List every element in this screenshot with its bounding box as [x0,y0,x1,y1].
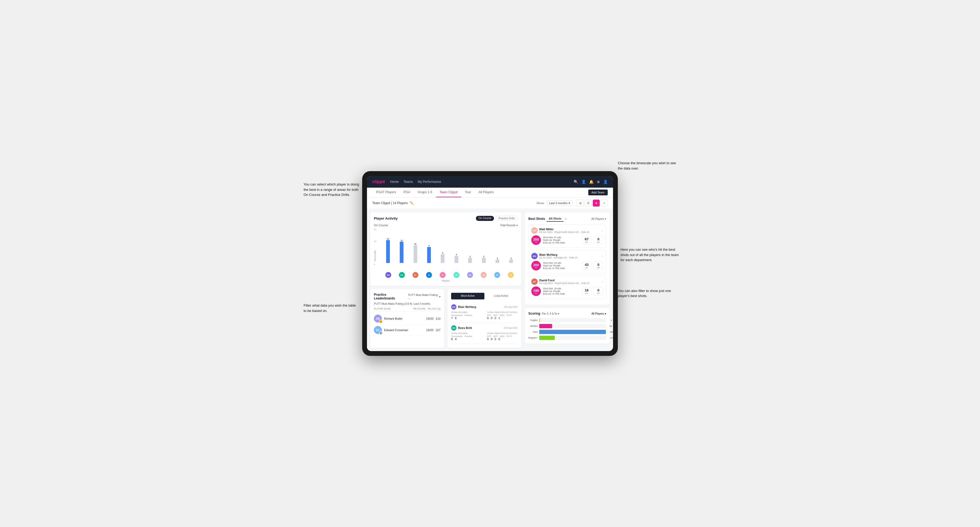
rank-badge-2: 2 [379,331,383,335]
left-column: Player Activity On Course Practice Drill… [370,212,522,348]
bar-mm: 3 [477,229,490,263]
activity-avatar-rb: RB [451,325,457,330]
arg-label-2: ARG [500,335,504,338]
tablet-frame: clippd Home Teams My Performance 🔍 👤 🔔 ⊕… [362,171,618,356]
shot-carry-label-1: yds [597,241,600,243]
tab-most-active[interactable]: Most Active [451,293,484,300]
tab-team-clippd[interactable]: Team Clippd [436,187,461,197]
total-practice-label-1: Total Practice Activities [487,311,518,314]
edit-icon[interactable]: ✏️ [410,201,414,205]
chart-dropdown[interactable]: Total Rounds ▾ [500,224,518,227]
player-activity-header: Player Activity On Course Practice Drill… [374,216,518,221]
view-heart-button[interactable]: ♥ [593,200,600,206]
arg-val-1: 0 [495,316,496,320]
shot-carry-label-2: yds [597,267,600,268]
scoring-bar-pars: Pars 499 [528,330,606,334]
total-practice-group-2: Total Practice Activities GTT APP ARG PU… [487,332,518,341]
scoring-all-players-label: All Players [592,312,604,315]
scoring-all-players-dropdown[interactable]: All Players ▾ [592,312,606,315]
total-rounds-group-1: Total Rounds Tournament Practice 7 6 [451,311,482,320]
practice-label: Practice [465,314,472,316]
search-icon[interactable]: 🔍 [574,179,578,184]
leaderboard-dropdown[interactable]: PUTT Must Make Putting ... ▾ [408,294,441,300]
avatar-jc: JC [426,272,432,278]
bar-label-ob: 4 [455,254,458,256]
bar-fill-ee [441,254,444,263]
scoring-label-birdies: Birdies [528,325,538,327]
all-players-label: All Players [592,217,604,221]
nav-link-teams[interactable]: Teams [403,180,413,184]
shot-carry-box-1: 0 yds [593,236,603,244]
total-practice-group-1: Total Practice Activities GTT APP ARG PU… [487,311,518,320]
shot-avatar-bm: BM [531,253,538,259]
view-grid-button[interactable]: ⊞ [577,200,584,206]
bar-label-bb: 12 [400,240,403,241]
scoring-track-birdies: 96 [539,324,606,328]
nav-link-home[interactable]: Home [390,180,399,184]
people-icon[interactable]: 👤 [581,179,586,184]
avatar-ee: EE [440,272,445,278]
tab-pga[interactable]: PGA [400,187,414,197]
bar-label-bm: 13 [386,238,390,240]
shot-player-name-1: Matt Miller [539,227,589,231]
pb-avg-rb: 110 [436,317,441,320]
scoring-dropdown[interactable]: Par 3, 4 & 5s ▾ [542,312,560,315]
show-label: Show: Last 3 months ▾ ⊞ ☰ ♥ ≡ [536,200,608,206]
leaderboard-row-2: EC 2 Edward Crossman 18/20 107 [374,324,441,336]
shot-metrics-2: 200 SG Shot Dist: 43 yds Start Lie: Roug… [531,261,603,270]
shot-player-row-2: BM Blair McHarg 23 Jul 2023 · Ashridge G… [531,253,603,259]
leaderboard-col-headers: Player Name PB Score PB Avg SQ [374,307,441,311]
shot-score-badge-3: 198 SG [531,286,541,296]
on-course-tab[interactable]: On Course [476,216,494,221]
shot-carry-num-2: 0 [597,263,599,267]
annotation-best-shots: Here you can see who's hit the best shot… [620,247,679,263]
best-shots-tabs: All Shots [547,216,564,222]
chevron-right-icon-3[interactable]: › [602,279,603,284]
annotation-filter: Filter what data you wish the table to b… [304,303,360,313]
all-players-dropdown[interactable]: All Players ▾ [592,217,606,221]
nav-links: Home Teams My Performance [390,180,568,184]
shot-detail-1: 09 Jun 2023 · Royal North Devon GC · Hol… [539,231,589,233]
add-circle-icon[interactable]: ⊕ [597,179,600,184]
scoring-track-bogeys: 115 [539,336,606,340]
shot-score-num-2: 200 [533,263,539,267]
practice-leaderboards-card: Practice Leaderboards PUTT Must Make Put… [370,289,444,348]
tab-all-shots[interactable]: All Shots [547,216,564,222]
pb-score-ec: 18/20 [426,329,434,332]
add-team-button[interactable]: Add Team [588,189,608,195]
pb-score-rb: 19/20 [426,317,434,320]
bar-df: 10 [409,229,422,263]
pb-avg-ec: 107 [436,329,441,332]
shot-card-1: MM Matt Miller 09 Jun 2023 · Royal North… [528,224,606,248]
tab-pgat-players[interactable]: PGAT Players [372,187,400,197]
view-list-button[interactable]: ☰ [585,200,592,206]
y-val-0: 0 [374,263,376,266]
tab-least-active[interactable]: Least Active [484,293,518,300]
team-header: Team Clippd | 14 Players ✏️ Show: Last 3… [367,197,613,209]
chevron-down-icon-players: ▾ [605,217,606,221]
bell-icon[interactable]: 🔔 [589,179,593,184]
chevron-right-icon-2[interactable]: › [602,254,603,258]
col-player-name: Player Name [374,307,411,310]
putt-label: PUTT [506,314,512,316]
tab-hcaps[interactable]: Hcaps 1-5 [414,187,436,197]
tab-tour[interactable]: Tour [461,187,475,197]
app-val-1: 0 [491,316,492,320]
profile-icon[interactable]: 👤 [603,179,608,184]
scoring-bar-birdies: Birdies 96 [528,324,606,328]
main-content: Player Activity On Course Practice Drill… [367,209,613,351]
bar-label-jc: 9 [427,245,431,247]
chevron-down-icon-shots: ▾ [565,217,566,221]
nav-link-myperformance[interactable]: My Performance [418,180,441,184]
shot-player-row-3: DF David Ford 24 Aug 2023 · Royal North … [531,278,603,285]
tab-all-players[interactable]: All Players [475,187,498,197]
scoring-track-eagles: 3 [539,318,606,322]
rank-badge-1: 1 [379,320,383,323]
scoring-bar-eagles: Eagles 3 [528,318,606,322]
show-dropdown[interactable]: Last 3 months ▾ [547,200,573,206]
shot-metrics-1: 200 SG Shot Dist: 67 yds Start Lie: Roug… [531,235,603,245]
view-settings-button[interactable]: ≡ [601,200,608,206]
total-rounds-label-2: Total Rounds [451,332,482,335]
chevron-right-icon-1[interactable]: › [602,229,603,233]
practice-drills-tab[interactable]: Practice Drills [496,216,518,221]
